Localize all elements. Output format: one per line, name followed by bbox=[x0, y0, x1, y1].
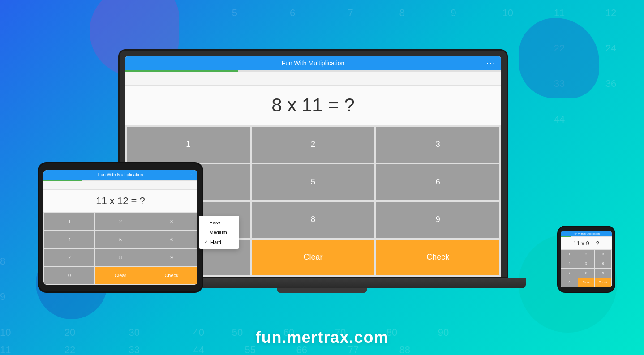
laptop-check-button[interactable]: Check bbox=[376, 240, 499, 275]
tablet-clear-button[interactable]: Clear bbox=[95, 267, 146, 284]
phone-titlebar: Fun With Multiplication ··· bbox=[561, 231, 612, 236]
hard-check: ✓ bbox=[204, 240, 208, 244]
phone-cell-8[interactable]: 8 bbox=[578, 269, 595, 278]
laptop-stand bbox=[277, 288, 367, 293]
laptop-cell-5[interactable]: 5 bbox=[252, 164, 375, 200]
laptop-titlebar: Fun With Multiplication ··· bbox=[125, 56, 501, 70]
laptop-cell-6[interactable]: 6 bbox=[376, 164, 499, 200]
phone-cell-2[interactable]: 2 bbox=[578, 250, 595, 259]
phone-dots: ··· bbox=[606, 231, 610, 235]
difficulty-menu: Easy Medium ✓ Hard bbox=[199, 216, 239, 249]
phone-cell-0[interactable]: 0 bbox=[561, 278, 578, 287]
tablet-screen: Fun With Multiplication ··· 11 x 12 = ? … bbox=[43, 170, 197, 285]
easy-check bbox=[204, 220, 207, 225]
tablet-titlebar: Fun With Multiplication ··· bbox=[43, 170, 197, 180]
tablet-device: Fun With Multiplication ··· 11 x 12 = ? … bbox=[38, 162, 203, 293]
phone-cell-3[interactable]: 3 bbox=[595, 250, 611, 259]
easy-label: Easy bbox=[210, 220, 220, 225]
tablet-cell-0[interactable]: 0 bbox=[44, 267, 94, 284]
laptop-cell-9[interactable]: 9 bbox=[376, 202, 499, 238]
phone-cell-4[interactable]: 4 bbox=[561, 259, 578, 268]
menu-item-medium[interactable]: Medium bbox=[199, 227, 239, 237]
laptop-question: 8 x 11 = ? bbox=[125, 86, 501, 125]
tablet-cell-6[interactable]: 6 bbox=[146, 231, 197, 248]
menu-item-easy[interactable]: Easy bbox=[199, 218, 239, 227]
laptop-cell-1[interactable]: 1 bbox=[127, 127, 250, 163]
hard-label: Hard bbox=[210, 240, 221, 245]
tablet-toolbar bbox=[43, 181, 197, 190]
tablet-cell-2[interactable]: 2 bbox=[95, 213, 146, 230]
laptop-toolbar bbox=[125, 72, 501, 86]
tablet-cell-1[interactable]: 1 bbox=[44, 213, 94, 230]
medium-label: Medium bbox=[210, 230, 227, 235]
phone-grid: 1 2 3 4 5 6 7 8 9 0 Clear Check bbox=[561, 249, 612, 287]
website-url: fun.mertrax.com bbox=[0, 328, 644, 347]
menu-item-hard[interactable]: ✓ Hard bbox=[199, 237, 239, 247]
medium-check bbox=[204, 230, 207, 235]
phone-cell-9[interactable]: 9 bbox=[595, 269, 611, 278]
tablet-check-button[interactable]: Check bbox=[146, 267, 197, 284]
laptop-title-text: Fun With Multiplication bbox=[282, 60, 345, 67]
laptop-clear-button[interactable]: Clear bbox=[252, 240, 375, 275]
tablet-cell-9[interactable]: 9 bbox=[146, 249, 197, 266]
laptop-cell-2[interactable]: 2 bbox=[252, 127, 375, 163]
phone-check-button[interactable]: Check bbox=[595, 278, 611, 287]
tablet-cell-3[interactable]: 3 bbox=[146, 213, 197, 230]
tablet-title-text: Fun With Multiplication bbox=[98, 172, 143, 177]
tablet-cell-5[interactable]: 5 bbox=[95, 231, 146, 248]
main-content: Fun With Multiplication ··· 11 x 12 = ? … bbox=[0, 0, 644, 355]
tablet-cell-4[interactable]: 4 bbox=[44, 231, 94, 248]
phone-question: 11 x 9 = ? bbox=[561, 237, 612, 249]
laptop-cell-3[interactable]: 3 bbox=[376, 127, 499, 163]
device-group: Fun With Multiplication ··· 11 x 12 = ? … bbox=[118, 49, 526, 293]
phone-cell-7[interactable]: 7 bbox=[561, 269, 578, 278]
phone-cell-1[interactable]: 1 bbox=[561, 250, 578, 259]
laptop-dots: ··· bbox=[486, 58, 496, 68]
tablet-cell-7[interactable]: 7 bbox=[44, 249, 94, 266]
laptop-cell-8[interactable]: 8 bbox=[252, 202, 375, 238]
tablet-border: Fun With Multiplication ··· 11 x 12 = ? … bbox=[38, 162, 203, 293]
tablet-grid: 1 2 3 4 5 6 7 8 9 0 Clear Check bbox=[43, 212, 197, 285]
phone-border: Fun With Multiplication ··· 11 x 9 = ? 1… bbox=[557, 226, 615, 293]
tablet-cell-8[interactable]: 8 bbox=[95, 249, 146, 266]
phone-cell-6[interactable]: 6 bbox=[595, 259, 611, 268]
phone-device: Fun With Multiplication ··· 11 x 9 = ? 1… bbox=[557, 226, 615, 293]
phone-title-text: Fun With Multiplication bbox=[573, 232, 600, 235]
phone-cell-5[interactable]: 5 bbox=[578, 259, 595, 268]
phone-clear-button[interactable]: Clear bbox=[578, 278, 595, 287]
tablet-question: 11 x 12 = ? bbox=[43, 190, 197, 212]
phone-screen: Fun With Multiplication ··· 11 x 9 = ? 1… bbox=[561, 231, 612, 287]
tablet-dots: ··· bbox=[189, 171, 194, 178]
